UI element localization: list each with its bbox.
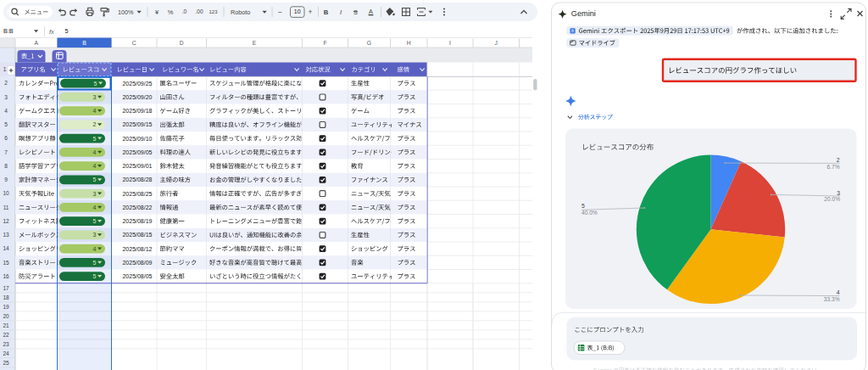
svg-text:A: A: [369, 8, 373, 15]
svg-text:3: 3: [93, 232, 97, 238]
svg-text:5: 5: [93, 136, 97, 142]
svg-text:10: 10: [3, 190, 9, 196]
svg-text:2025/09/20: 2025/09/20: [122, 94, 152, 100]
svg-text:123: 123: [209, 9, 218, 14]
svg-text:11: 11: [3, 205, 9, 210]
svg-text:4: 4: [93, 163, 97, 169]
svg-text:B: B: [324, 8, 329, 16]
svg-text:4: 4: [93, 246, 97, 252]
svg-text:G: G: [367, 40, 371, 46]
svg-text:16: 16: [3, 273, 9, 279]
svg-text:−: −: [278, 8, 282, 16]
svg-text:33.3%: 33.3%: [824, 296, 840, 302]
svg-text:E: E: [253, 40, 257, 46]
svg-text:2025/08/15: 2025/08/15: [122, 232, 152, 238]
svg-text:21: 21: [3, 322, 9, 328]
svg-text:2025/09/15: 2025/09/15: [122, 121, 152, 127]
svg-text:100%: 100%: [118, 8, 134, 16]
svg-text:18: 18: [3, 294, 9, 300]
svg-text:12: 12: [3, 218, 9, 224]
svg-text:2025/08/25: 2025/08/25: [122, 191, 152, 197]
svg-text:20.0%: 20.0%: [824, 196, 840, 202]
svg-text:40.0%: 40.0%: [581, 210, 598, 216]
svg-text:2025/09/25: 2025/09/25: [122, 81, 152, 87]
svg-text:23: 23: [3, 341, 9, 347]
svg-text:5: 5: [4, 121, 8, 127]
svg-text:4: 4: [837, 289, 840, 295]
svg-text:2025/08/05: 2025/08/05: [122, 273, 152, 279]
svg-text:4: 4: [93, 108, 97, 114]
svg-text:2025/08/28: 2025/08/28: [122, 177, 152, 182]
svg-text:B: B: [82, 40, 86, 46]
svg-text:17: 17: [3, 285, 9, 291]
svg-text:5: 5: [93, 177, 97, 182]
svg-text:15: 15: [3, 260, 9, 266]
svg-text:3: 3: [93, 94, 97, 100]
svg-text:H: H: [407, 40, 411, 46]
svg-text:I: I: [449, 40, 451, 46]
svg-text:2025/08/12: 2025/08/12: [122, 246, 152, 252]
svg-text:%: %: [168, 8, 174, 16]
svg-text:7: 7: [4, 149, 8, 155]
svg-text:3: 3: [93, 191, 97, 197]
svg-text:.00: .00: [195, 8, 203, 14]
svg-text:5: 5: [93, 260, 97, 266]
svg-text:22: 22: [3, 332, 9, 338]
svg-text:fx: fx: [49, 28, 54, 36]
svg-text:C: C: [132, 40, 136, 46]
svg-text:5: 5: [65, 27, 69, 35]
svg-text:Gemini: Gemini: [571, 9, 596, 18]
svg-text:D: D: [180, 40, 184, 46]
svg-text:8: 8: [4, 163, 8, 169]
svg-text:25: 25: [3, 360, 9, 366]
svg-text:19: 19: [3, 304, 9, 310]
svg-text:6.7%: 6.7%: [826, 164, 839, 170]
svg-text:10: 10: [294, 8, 301, 14]
svg-text:20: 20: [3, 313, 9, 319]
svg-text:9: 9: [4, 177, 8, 182]
svg-text:B:B: B:B: [3, 28, 14, 35]
svg-text:24: 24: [3, 350, 9, 356]
svg-text:2025/09/01: 2025/09/01: [122, 163, 152, 169]
svg-text:2025/08/19: 2025/08/19: [122, 218, 152, 224]
svg-text:J: J: [495, 40, 498, 46]
svg-text:14: 14: [3, 245, 9, 251]
svg-text:5: 5: [94, 81, 97, 87]
svg-text:.0: .0: [182, 8, 187, 14]
svg-text:2: 2: [93, 121, 97, 127]
svg-text:5: 5: [93, 218, 97, 224]
svg-text:1: 1: [3, 66, 7, 72]
svg-text:2025/09/10: 2025/09/10: [122, 136, 152, 142]
svg-text:2: 2: [837, 157, 840, 163]
svg-text:2025/09/05: 2025/09/05: [122, 149, 152, 155]
svg-text:5: 5: [93, 273, 97, 279]
svg-text:5: 5: [581, 203, 585, 209]
svg-text:6: 6: [4, 135, 8, 141]
svg-text:4: 4: [93, 205, 97, 210]
svg-text:3: 3: [837, 190, 840, 196]
svg-text:+: +: [309, 8, 313, 16]
svg-text:4: 4: [93, 149, 97, 155]
svg-text:2025/08/22: 2025/08/22: [122, 205, 152, 210]
svg-text:2: 2: [4, 80, 8, 86]
svg-text:2025/09/18: 2025/09/18: [122, 108, 152, 114]
svg-text:Roboto: Roboto: [231, 8, 250, 16]
svg-text:13: 13: [3, 232, 9, 238]
svg-text:4: 4: [4, 108, 8, 114]
svg-text:F: F: [323, 40, 326, 46]
svg-text:3: 3: [4, 94, 8, 100]
svg-text:2025/08/09: 2025/08/09: [122, 260, 152, 266]
svg-text:A: A: [34, 40, 38, 46]
